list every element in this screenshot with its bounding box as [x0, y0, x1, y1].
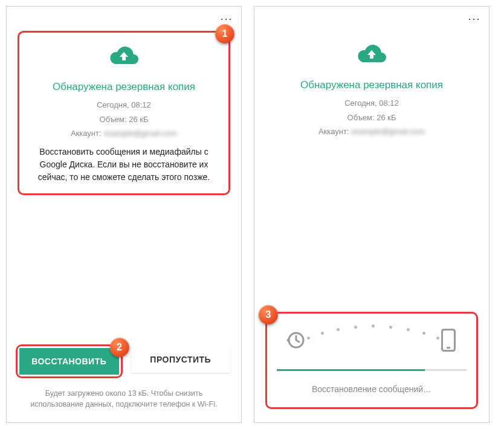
transfer-dots — [305, 324, 439, 343]
transfer-animation — [277, 328, 467, 352]
more-vert-icon[interactable]: ⋮ — [221, 13, 233, 24]
restore-button-highlight: 2 ВОССТАНОВИТЬ — [16, 344, 123, 378]
top-bar: ⋮ — [7, 7, 241, 31]
screen-restoring: ⋮ Обнаружена резервная копия Сегодня, 08… — [254, 6, 489, 423]
top-bar: ⋮ — [254, 7, 489, 31]
account-label: Аккаунт: — [71, 127, 102, 140]
progress-fill — [277, 369, 425, 371]
more-vert-icon[interactable]: ⋮ — [468, 13, 480, 24]
backup-account: Аккаунт: example@gmail.com — [25, 127, 222, 140]
progress-bar — [277, 369, 467, 371]
history-icon — [283, 328, 307, 352]
progress-status-text: Восстановление сообщений… — [277, 384, 467, 394]
backup-timestamp: Сегодня, 08:12 — [271, 97, 472, 109]
restore-progress-card: 3 — [265, 312, 478, 409]
backup-timestamp: Сегодня, 08:12 — [25, 99, 222, 111]
backup-title: Обнаружена резервная копия — [25, 81, 222, 93]
account-value: example@gmail.com — [352, 126, 425, 138]
svg-rect-2 — [447, 347, 450, 349]
screen-backup-found: ⋮ 1 Обнаружена резервная копия Сегодня, … — [6, 6, 242, 423]
backup-size: Объем: 26 кБ — [271, 112, 472, 124]
data-disclaimer: Будет загружено около 13 кБ. Чтобы снизи… — [18, 388, 230, 411]
bottom-controls: 2 ВОССТАНОВИТЬ ПРОПУСТИТЬ Будет загружен… — [7, 346, 241, 423]
cloud-upload-icon — [108, 46, 140, 70]
backup-account: Аккаунт: example@gmail.com — [271, 126, 472, 138]
backup-title: Обнаружена резервная копия — [271, 79, 472, 91]
phone-icon — [436, 328, 460, 352]
step-badge-3: 3 — [259, 305, 278, 324]
account-value: example@gmail.com — [104, 127, 178, 140]
backup-info-card: Обнаружена резервная копия Сегодня, 08:1… — [265, 31, 478, 150]
backup-description: Восстановить сообщения и медиафайлы с Go… — [25, 146, 222, 184]
restore-button[interactable]: ВОССТАНОВИТЬ — [19, 348, 119, 375]
step-badge-2: 2 — [110, 338, 129, 357]
cloud-upload-icon — [356, 44, 387, 68]
step-badge-1: 1 — [215, 24, 234, 44]
account-label: Аккаунт: — [318, 126, 349, 138]
button-row: 2 ВОССТАНОВИТЬ ПРОПУСТИТЬ — [18, 346, 230, 378]
skip-button[interactable]: ПРОПУСТИТЬ — [131, 346, 231, 373]
backup-size: Объем: 26 кБ — [25, 114, 222, 126]
backup-info-card: 1 Обнаружена резервная копия Сегодня, 08… — [18, 31, 230, 195]
